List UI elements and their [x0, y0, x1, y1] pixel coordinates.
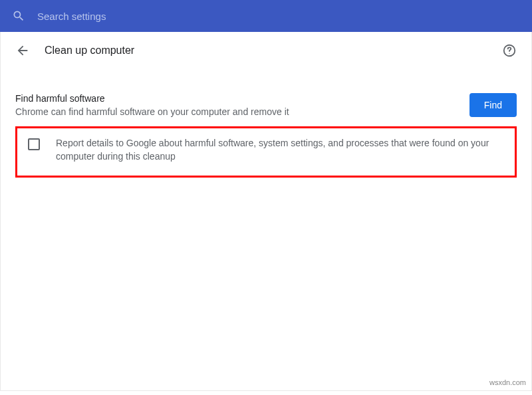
cleanup-section: Find harmful software Chrome can find ha… [1, 93, 531, 178]
page-header: Clean up computer [1, 32, 531, 69]
report-details-checkbox[interactable] [28, 138, 40, 150]
report-details-row: Report details to Google about harmful s… [15, 126, 517, 178]
find-button[interactable]: Find [469, 93, 517, 117]
find-harmful-description: Chrome can find harmful software on your… [15, 106, 454, 117]
page-content: Clean up computer Find harmful software … [0, 32, 532, 391]
find-harmful-row: Find harmful software Chrome can find ha… [15, 93, 517, 117]
svg-point-1 [509, 53, 509, 54]
help-icon[interactable] [502, 43, 517, 58]
find-harmful-title: Find harmful software [15, 93, 454, 104]
page-title: Clean up computer [45, 45, 134, 57]
find-harmful-text: Find harmful software Chrome can find ha… [15, 93, 454, 117]
report-details-text: Report details to Google about harmful s… [56, 136, 505, 164]
search-icon [12, 9, 25, 23]
watermark: wsxdn.com [489, 378, 526, 386]
search-input[interactable] [25, 11, 520, 22]
back-arrow-icon[interactable] [15, 43, 30, 58]
search-bar [0, 0, 532, 32]
